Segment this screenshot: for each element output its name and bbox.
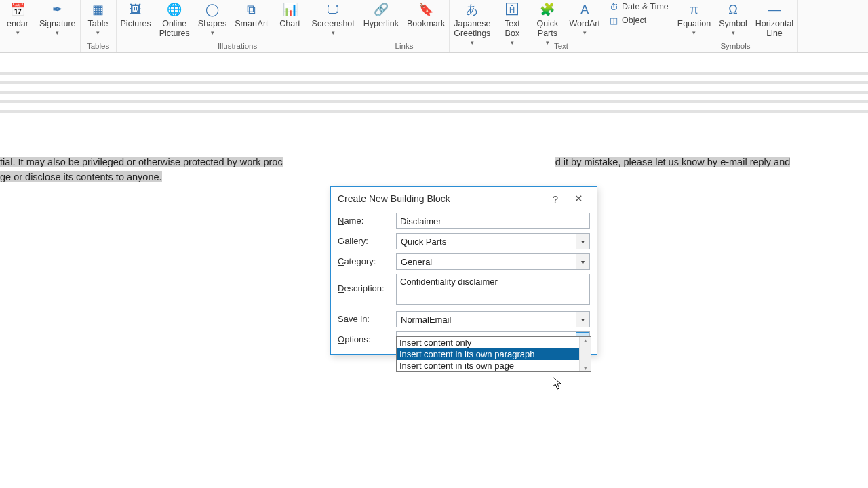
- quick-parts-button[interactable]: 🧩QuickParts▾: [534, 1, 561, 46]
- ribbon-group: πEquation▾ΩSymbol▾—HorizontalLineSymbols: [673, 0, 798, 52]
- equation-button[interactable]: πEquation▾: [677, 1, 711, 37]
- chevron-down-icon: ▾: [211, 29, 214, 36]
- signature-icon: ✒: [50, 1, 66, 18]
- selection-line1-right: d it by mistake, please let us know by e…: [555, 157, 791, 167]
- dialog-title: Create New Building Block: [338, 193, 544, 204]
- symbol-button[interactable]: ΩSymbol▾: [719, 1, 747, 37]
- ribbon-group-label: Symbols: [720, 41, 750, 52]
- online-pictures-button[interactable]: 🌐OnlinePictures: [159, 1, 190, 39]
- page-divider: [0, 485, 868, 485]
- chevron-down-icon: ▾: [16, 29, 20, 36]
- ribbon-group-label: Text: [554, 41, 568, 52]
- chevron-down-icon: ▾: [56, 29, 59, 36]
- chevron-down-icon: ▾: [732, 29, 735, 36]
- japanese-greetings-icon: あ: [464, 1, 480, 18]
- description-field[interactable]: [396, 274, 590, 305]
- label-savein: Save in:: [338, 311, 396, 324]
- signature-button[interactable]: ✒Signature▾: [39, 1, 76, 37]
- screenshot-button[interactable]: 🖵Screenshot▾: [312, 1, 355, 37]
- shapes-icon: ◯: [204, 1, 220, 18]
- quick-parts-icon: 🧩: [539, 1, 555, 18]
- chevron-down-icon: ▾: [692, 29, 696, 36]
- object-icon: ◫: [608, 15, 619, 26]
- horizontal-line-icon: —: [766, 1, 783, 18]
- chevron-down-icon: ▾: [546, 39, 549, 46]
- ribbon-group-label: Illustrations: [218, 41, 257, 52]
- bookmark-icon: 🔖: [418, 1, 434, 18]
- japanese-greetings-button[interactable]: あJapaneseGreetings▾: [454, 1, 490, 46]
- chevron-down-icon[interactable]: ▾: [576, 254, 589, 269]
- label-name: Name:: [338, 213, 396, 226]
- chart-button[interactable]: 📊Chart: [277, 1, 304, 28]
- horizontal-line-button[interactable]: —HorizontalLine: [755, 1, 793, 39]
- selected-text: tial. It may also be privileged or other…: [0, 155, 868, 185]
- savein-combo[interactable]: NormalEmail▾: [396, 311, 590, 327]
- chevron-down-icon: ▾: [583, 29, 587, 36]
- close-button[interactable]: ✕: [567, 192, 590, 205]
- table-button[interactable]: ▦Table▾: [85, 1, 112, 37]
- chevron-down-icon: ▾: [471, 39, 474, 46]
- screenshot-icon: 🖵: [325, 1, 341, 18]
- options-dropdown-item[interactable]: Insert content in its own paragraph: [397, 348, 591, 360]
- shapes-button[interactable]: ◯Shapes▾: [198, 1, 226, 37]
- chevron-down-icon: ▾: [332, 29, 335, 36]
- ribbon-group-label: Tables: [87, 41, 109, 52]
- ribbon-group: ▦Table▾Tables: [81, 0, 117, 52]
- table-icon: ▦: [90, 1, 106, 18]
- options-dropdown-list[interactable]: Insert content onlyInsert content in its…: [396, 336, 591, 372]
- equation-icon: π: [686, 1, 702, 18]
- date-time-icon: ⏱: [608, 1, 619, 12]
- object-button[interactable]: ◫Object: [608, 15, 669, 26]
- help-button[interactable]: ?: [544, 193, 567, 205]
- ribbon-group: あJapaneseGreetings▾🄰TextBox▾🧩QuickParts▾…: [450, 0, 673, 52]
- options-dropdown-item[interactable]: Insert content in its own page: [397, 360, 591, 371]
- paragraph-guides: [0, 65, 868, 119]
- symbol-icon: Ω: [725, 1, 741, 18]
- cursor-icon: [553, 377, 562, 390]
- pictures-button[interactable]: 🖼Pictures: [121, 1, 151, 28]
- document-area: tial. It may also be privileged or other…: [0, 53, 868, 488]
- chevron-down-icon[interactable]: ▾: [576, 312, 589, 327]
- create-building-block-dialog: Create New Building Block ? ✕ Name: Gall…: [330, 186, 597, 355]
- smartart-icon: ⧉: [243, 1, 260, 18]
- dialog-body: Name: Gallery: Quick Parts▾ Category: Ge…: [331, 210, 597, 354]
- label-category: Category:: [338, 253, 396, 266]
- wordart-icon: A: [576, 1, 593, 18]
- dialog-titlebar[interactable]: Create New Building Block ? ✕: [331, 187, 597, 210]
- label-gallery: Gallery:: [338, 233, 396, 246]
- chevron-down-icon: ▾: [96, 29, 100, 36]
- dropdown-scrollbar[interactable]: ▴▾: [579, 337, 591, 371]
- bookmark-button[interactable]: 🔖Bookmark: [407, 1, 445, 28]
- gallery-combo[interactable]: Quick Parts▾: [396, 233, 590, 249]
- name-field[interactable]: [396, 213, 590, 229]
- text-box-icon: 🄰: [504, 1, 520, 18]
- date-time-button[interactable]: ⏱Date & Time: [608, 1, 669, 12]
- selection-line1-left: tial. It may also be privileged or other…: [0, 157, 283, 167]
- text-box-button[interactable]: 🄰TextBox▾: [498, 1, 526, 46]
- label-options: Options:: [338, 331, 396, 344]
- options-dropdown-item[interactable]: Insert content only: [397, 337, 591, 348]
- ribbon: 📅endar▾✒Signature▾▦Table▾Tables🖼Pictures…: [0, 0, 868, 53]
- svg-marker-0: [553, 377, 561, 389]
- smartart-button[interactable]: ⧉SmartArt: [235, 1, 268, 28]
- ribbon-group: 🔗Hyperlink🔖BookmarkLinks: [359, 0, 450, 52]
- ribbon-group: 📅endar▾✒Signature▾: [0, 0, 81, 52]
- pictures-icon: 🖼: [127, 1, 144, 18]
- chart-icon: 📊: [282, 1, 298, 18]
- ribbon-group-label: Links: [395, 41, 414, 52]
- chevron-down-icon: ▾: [511, 39, 514, 46]
- calendar-icon: 📅: [9, 1, 26, 18]
- online-pictures-icon: 🌐: [166, 1, 182, 18]
- selection-line2: ge or disclose its contents to anyone.: [0, 171, 162, 182]
- calendar-button[interactable]: 📅endar▾: [4, 1, 31, 37]
- wordart-button[interactable]: AWordArt▾: [569, 1, 600, 37]
- ribbon-group: 🖼Pictures🌐OnlinePictures◯Shapes▾⧉SmartAr…: [117, 0, 359, 52]
- chevron-down-icon[interactable]: ▾: [576, 234, 589, 249]
- label-description: Description:: [338, 274, 396, 293]
- category-combo[interactable]: General▾: [396, 253, 590, 270]
- hyperlink-icon: 🔗: [373, 1, 389, 18]
- hyperlink-button[interactable]: 🔗Hyperlink: [363, 1, 399, 28]
